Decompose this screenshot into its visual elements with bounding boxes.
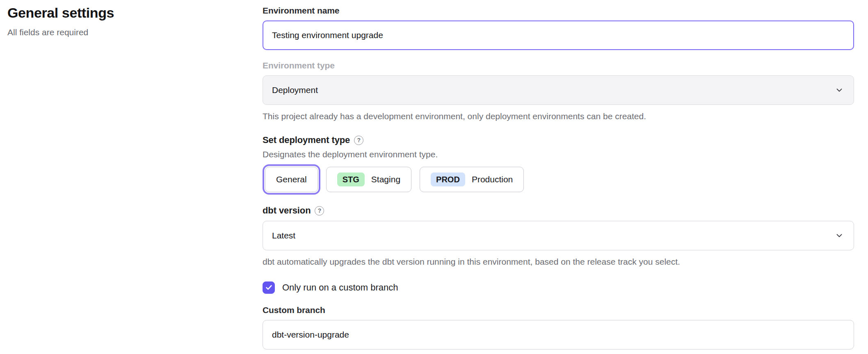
dbt-version-value: Latest: [272, 231, 295, 241]
deployment-type-heading: Set deployment type ?: [263, 135, 854, 145]
custom-branch-checkbox[interactable]: [263, 281, 275, 294]
deployment-type-options: General STG Staging PROD Production: [263, 167, 854, 192]
deployment-type-helper: Designates the deployment environment ty…: [263, 150, 854, 159]
custom-branch-checkbox-row[interactable]: Only run on a custom branch: [263, 281, 854, 294]
deployment-type-option-label: Staging: [371, 175, 400, 184]
production-badge: PROD: [431, 172, 465, 186]
dbt-version-label: dbt version: [263, 205, 311, 216]
deployment-type-option-label: Production: [472, 175, 513, 184]
dbt-version-heading: dbt version ?: [263, 205, 854, 216]
custom-branch-label: Custom branch: [263, 305, 854, 315]
environment-type-label: Environment type: [263, 61, 854, 70]
deployment-type-option-general[interactable]: General: [265, 167, 318, 192]
chevron-down-icon: [835, 231, 844, 240]
settings-header: General settings All fields are required: [0, 0, 263, 354]
environment-name-field: Environment name: [263, 6, 854, 50]
custom-branch-input[interactable]: [263, 320, 854, 349]
deployment-type-label: Set deployment type: [263, 135, 350, 145]
environment-type-select: Deployment: [263, 75, 854, 105]
environment-name-label: Environment name: [263, 6, 854, 16]
environment-type-helper: This project already has a development e…: [263, 111, 854, 122]
deployment-type-option-staging[interactable]: STG Staging: [326, 167, 411, 192]
environment-type-field: Environment type Deployment This project…: [263, 61, 854, 122]
custom-branch-field: Custom branch: [263, 305, 854, 349]
deployment-type-section: Set deployment type ? Designates the dep…: [263, 135, 854, 192]
general-settings-page: General settings All fields are required…: [0, 0, 868, 354]
help-icon[interactable]: ?: [315, 206, 324, 216]
dbt-version-section: dbt version ? Latest dbt automatically u…: [263, 205, 854, 267]
staging-badge: STG: [337, 172, 365, 186]
deployment-type-option-label: General: [276, 175, 307, 184]
checkmark-icon: [265, 284, 273, 291]
environment-form: Environment name Environment type Deploy…: [263, 0, 854, 354]
deployment-type-option-production[interactable]: PROD Production: [420, 167, 524, 192]
custom-branch-checkbox-label: Only run on a custom branch: [282, 282, 398, 293]
page-subtitle: All fields are required: [7, 27, 263, 38]
help-icon[interactable]: ?: [354, 136, 363, 145]
chevron-down-icon: [835, 86, 844, 95]
dbt-version-helper: dbt automatically upgrades the dbt versi…: [263, 256, 854, 267]
environment-name-input[interactable]: [263, 20, 854, 50]
environment-type-value: Deployment: [272, 85, 318, 95]
dbt-version-select[interactable]: Latest: [263, 221, 854, 250]
page-title: General settings: [7, 4, 263, 22]
